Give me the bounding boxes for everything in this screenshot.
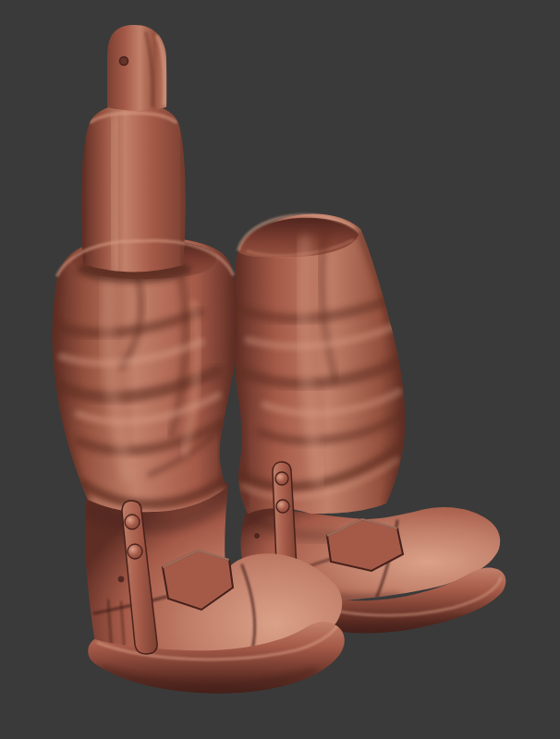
left-rivet-top <box>125 515 140 529</box>
canvas[interactable] <box>0 0 560 739</box>
tree-sheen <box>113 120 116 268</box>
left-rivet-bottom <box>128 544 142 559</box>
right-rivet-top <box>275 472 288 485</box>
right-rivet-dot <box>255 534 260 539</box>
sculpt-viewport[interactable] <box>0 0 560 739</box>
right-rivet-bottom <box>276 500 289 513</box>
left-rivet-dot <box>118 576 124 582</box>
tab-hanging-hole <box>120 57 128 66</box>
